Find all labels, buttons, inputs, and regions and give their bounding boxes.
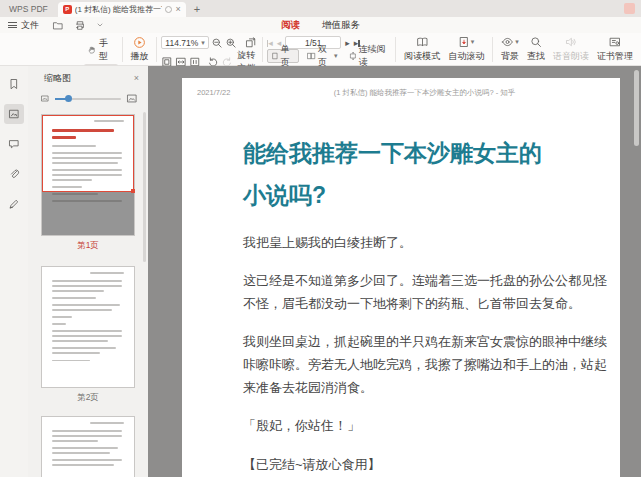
- size-slider-knob[interactable]: [65, 95, 72, 102]
- book-icon: [416, 36, 429, 48]
- member-icon[interactable]: [624, 3, 635, 14]
- thumbnails-panel: 缩略图 ×: [28, 66, 148, 477]
- tab-value-services[interactable]: 增值服务: [322, 19, 360, 32]
- comment-icon: [8, 138, 20, 150]
- continuous-read-icon: [349, 51, 357, 61]
- panel-scrollbar[interactable]: [143, 112, 146, 262]
- zoom-out-icon: [211, 37, 223, 49]
- ribbon-tabs: 阅读 增值服务: [0, 19, 641, 32]
- sidebar-rail: [0, 66, 28, 477]
- continuous-read-button[interactable]: 连续阅读: [346, 49, 392, 63]
- hand-icon: [88, 45, 96, 55]
- auto-scroll-icon: [458, 36, 470, 48]
- chevron-down-icon: ▾: [201, 39, 205, 47]
- document-scrollbar[interactable]: [634, 70, 639, 146]
- attachments-panel-button[interactable]: [4, 164, 24, 184]
- page-nav-group: ◂ ◂ 1/51 ▸ ▸ 单页 双页 ▾ 连续阅读: [267, 35, 392, 64]
- thumbnail-dim-overlay: [42, 192, 134, 235]
- first-page-button[interactable]: ◂: [267, 38, 273, 48]
- panel-title: 缩略图: [44, 72, 71, 85]
- signature-pen-icon: [8, 198, 20, 210]
- tool-mode-group: 手型 选择: [84, 35, 118, 64]
- certificate-label: 证书管理: [597, 50, 633, 63]
- chevron-down-icon: ▾: [334, 52, 338, 60]
- page-header-date: 2021/7/22: [197, 88, 230, 97]
- thumbnail-size-slider: [28, 89, 148, 110]
- find-button[interactable]: 查找: [523, 35, 549, 64]
- play-button[interactable]: 播放: [126, 35, 152, 64]
- certificate-button[interactable]: 证书管理: [593, 35, 637, 64]
- auto-scroll-button[interactable]: ▾ 自动滚动: [444, 35, 488, 64]
- single-page-icon: [271, 51, 279, 61]
- background-label: 背景: [501, 50, 519, 63]
- certificate-icon: [609, 36, 621, 48]
- thumbnail-list: 第1页 第2页: [28, 110, 148, 477]
- hand-tool-label: 手型: [99, 37, 114, 63]
- play-label: 播放: [130, 50, 148, 63]
- document-viewport[interactable]: 2021/7/22 (1 封私信) 能给我推荐一下本沙雕女主的小说吗? - 知乎…: [148, 66, 641, 477]
- tab-sync-icon: [165, 6, 172, 13]
- small-thumbnail-icon: [40, 94, 50, 103]
- app-logo: WPS PDF: [0, 4, 58, 17]
- tab-title: (1 封私信) 能给我推荐一下本…: [75, 4, 163, 15]
- thumbnail-page-label: 第1页: [28, 236, 148, 258]
- single-page-button[interactable]: 单页: [267, 49, 300, 63]
- titlebar: WPS PDF P (1 封私信) 能给我推荐一下本… × +: [0, 0, 641, 17]
- paragraph: 我则坐回桌边，抓起碗里的半只鸡在新来宫女震惊的眼神中继续咔嚓咔嚓。旁若无人地吃完…: [243, 330, 607, 399]
- play-icon: [133, 36, 146, 49]
- thumbnail-icon: [8, 108, 20, 120]
- paragraph: 这已经是不知道第多少回了。连端着三选一托盘的孙公公都见怪不怪，眉毛都没动一下地将…: [243, 269, 607, 315]
- signature-panel-button[interactable]: [4, 194, 24, 214]
- bookmark-icon: [8, 78, 20, 90]
- double-page-button[interactable]: 双页 ▾: [304, 49, 340, 63]
- auto-scroll-label: 自动滚动: [448, 50, 484, 63]
- chevron-down-icon: ▾: [515, 38, 519, 46]
- panel-close-icon[interactable]: ×: [134, 74, 139, 83]
- speaker-icon: [565, 36, 577, 48]
- article-body: 我把皇上赐我的白绫挂断了。 这已经是不知道第多少回了。连端着三选一托盘的孙公公都…: [243, 231, 607, 477]
- zoom-out-button[interactable]: [211, 37, 223, 49]
- page-header-title: (1 封私信) 能给我推荐一下本沙雕女主的小说吗? - 知乎: [243, 88, 606, 98]
- tab-reading[interactable]: 阅读: [281, 19, 300, 32]
- viewport-indicator[interactable]: [42, 115, 134, 192]
- thumbnail-item[interactable]: 第1页: [28, 114, 148, 258]
- voice-read-label: 语音朗读: [553, 50, 589, 63]
- next-page-button[interactable]: ▸: [345, 38, 350, 48]
- thumbnails-panel-button[interactable]: [4, 104, 24, 124]
- paperclip-icon: [8, 168, 20, 180]
- bookmarks-panel-button[interactable]: [4, 74, 24, 94]
- paragraph: 【已完结~请放心食用】: [243, 453, 607, 476]
- eye-icon: [501, 36, 514, 48]
- paragraph: 「殷妃，你站住！」: [243, 414, 607, 437]
- large-thumbnail-icon: [126, 93, 138, 104]
- comments-panel-button[interactable]: [4, 134, 24, 154]
- size-slider-track[interactable]: [55, 98, 121, 100]
- new-tab-button[interactable]: +: [186, 3, 208, 17]
- voice-read-button[interactable]: 语音朗读: [549, 35, 593, 64]
- pdf-page: 2021/7/22 (1 封私信) 能给我推荐一下本沙雕女主的小说吗? - 知乎…: [182, 78, 620, 477]
- read-mode-label: 阅读模式: [404, 50, 440, 63]
- chevron-down-icon: ▾: [471, 38, 475, 46]
- rotate-pages-icon: [245, 37, 257, 49]
- zoom-in-icon: [225, 37, 237, 49]
- hand-tool-button[interactable]: 手型: [84, 36, 118, 64]
- tab-close-icon[interactable]: ×: [175, 5, 180, 14]
- zoom-level-dropdown[interactable]: 114.71% ▾: [161, 36, 208, 49]
- background-button[interactable]: ▾ 背景: [497, 35, 523, 64]
- document-tab[interactable]: P (1 封私信) 能给我推荐一下本… ×: [58, 2, 186, 17]
- zoom-in-button[interactable]: [225, 37, 237, 49]
- search-icon: [530, 36, 542, 48]
- paragraph: 我把皇上赐我的白绫挂断了。: [243, 231, 607, 254]
- zoom-group: 114.71% ▾: [161, 35, 258, 64]
- read-mode-button[interactable]: 阅读模式: [400, 35, 444, 64]
- thumbnail-page-label: 第2页: [28, 388, 148, 410]
- zoom-value: 114.71%: [165, 38, 198, 48]
- toolbar: 手型 选择 播放 114.71% ▾: [0, 33, 641, 66]
- thumbnail-item[interactable]: 第2页: [28, 266, 148, 410]
- rotate-pages-button[interactable]: [245, 37, 257, 49]
- double-page-icon: [307, 51, 316, 61]
- find-label: 查找: [527, 50, 545, 63]
- thumbnail-item[interactable]: [28, 416, 148, 477]
- pdf-file-icon: P: [63, 5, 72, 14]
- menubar: 文件 阅读 增值服务: [0, 17, 641, 33]
